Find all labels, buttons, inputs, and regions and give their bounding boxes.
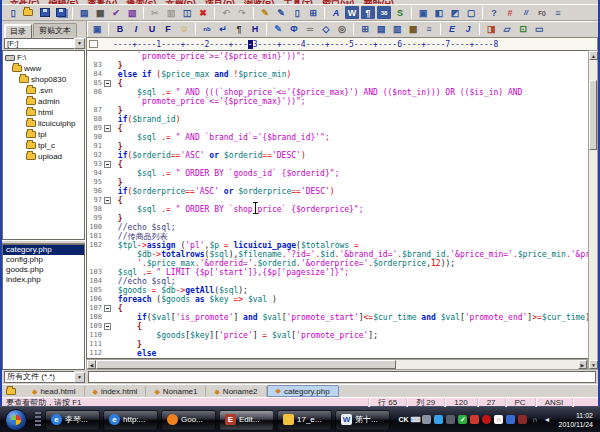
nonbreaking-space-icon[interactable]: nb bbox=[200, 23, 214, 36]
vertical-scroll-track[interactable] bbox=[589, 150, 597, 360]
fold-toggle-icon[interactable] bbox=[104, 197, 111, 204]
taskbar-firefox-window[interactable]: Goo... bbox=[161, 410, 216, 430]
tray-record-icon[interactable] bbox=[482, 415, 491, 424]
tree-item-admin[interactable]: admin bbox=[3, 96, 84, 107]
taskbar-editplus-window[interactable]: EEdit... bbox=[219, 410, 274, 430]
fold-toggle-icon[interactable] bbox=[104, 161, 111, 168]
tray-360-icon[interactable] bbox=[470, 415, 479, 424]
doc-tab-Noname1[interactable]: ◆Noname1 bbox=[146, 386, 206, 397]
tray-headset-icon[interactable]: ∩ bbox=[530, 415, 539, 424]
tray-weather-icon[interactable] bbox=[434, 415, 443, 424]
doc-tab-category-php[interactable]: ◆category.php bbox=[267, 385, 339, 397]
scroll-left-icon[interactable]: ◀ bbox=[87, 360, 96, 369]
font-icon[interactable]: A bbox=[329, 6, 343, 19]
taskbar-word-window[interactable]: W第十... bbox=[335, 410, 390, 430]
chevron-down-icon[interactable]: ▼ bbox=[74, 372, 85, 383]
preferences-icon[interactable]: ⊞ bbox=[306, 6, 320, 19]
horizontal-scroll-track[interactable] bbox=[396, 360, 578, 369]
anchor-icon[interactable]: Φ bbox=[287, 23, 301, 36]
scroll-right-icon[interactable]: ▶ bbox=[578, 360, 587, 369]
function-search-input[interactable] bbox=[88, 371, 596, 383]
window-cascade-icon[interactable]: ▣ bbox=[416, 6, 430, 19]
indent-icon[interactable]: ≡ bbox=[551, 6, 565, 19]
doc-tab-head-html[interactable]: ◆head.html bbox=[24, 386, 85, 397]
doc-tab-Noname2[interactable]: ◆Noname2 bbox=[206, 386, 266, 397]
save-icon[interactable] bbox=[38, 6, 52, 19]
underline-icon[interactable]: U bbox=[145, 23, 159, 36]
scroll-down-icon[interactable]: ▼ bbox=[589, 360, 598, 369]
print-preview-icon[interactable]: ▤ bbox=[77, 6, 91, 19]
file-list[interactable]: category.phpconfig.phpgoods.phpindex.php bbox=[2, 244, 85, 370]
file-filter-selector[interactable]: 所有文件 (*.*) ▼ bbox=[2, 370, 86, 384]
tree-item-shop0830[interactable]: shop0830 bbox=[3, 74, 84, 85]
window-list-icon[interactable]: ▢ bbox=[464, 6, 478, 19]
drive-selector[interactable]: [F:] ▼ bbox=[2, 37, 86, 50]
folder-tree[interactable]: F:\wwwshop0830.svnadminhtmllicuicuiphptp… bbox=[2, 50, 85, 240]
target-icon[interactable]: ◎ bbox=[335, 23, 349, 36]
tray-avira-icon[interactable]: ∩ bbox=[494, 415, 503, 424]
table-column-icon[interactable]: ▥ bbox=[390, 23, 404, 36]
fold-toggle-icon[interactable] bbox=[104, 305, 111, 312]
document-icon[interactable]: ▯ bbox=[290, 6, 304, 19]
emoticon-icon[interactable]: ☺ bbox=[177, 23, 191, 36]
replace-icon[interactable]: ✎ bbox=[274, 6, 288, 19]
copy-icon[interactable]: ▥ bbox=[164, 6, 178, 19]
fold-toggle-icon[interactable] bbox=[104, 125, 111, 132]
html-toolbar-icon[interactable]: W bbox=[345, 6, 359, 19]
function-list-icon[interactable]: F() bbox=[535, 6, 549, 19]
chevron-down-icon[interactable]: ▼ bbox=[74, 38, 85, 49]
horizontal-scroll-thumb[interactable] bbox=[96, 360, 396, 369]
file-item-index-php[interactable]: index.php bbox=[3, 275, 84, 285]
tree-item-www[interactable]: www bbox=[3, 63, 84, 74]
tree-item-upload[interactable]: upload bbox=[3, 151, 84, 162]
window-tile-horizontal-icon[interactable]: ◧ bbox=[432, 6, 446, 19]
document-list-button[interactable] bbox=[4, 386, 20, 397]
print-icon[interactable]: ▦ bbox=[93, 6, 107, 19]
save-all-icon[interactable] bbox=[54, 6, 68, 19]
horizontal-rule-icon[interactable]: ═ bbox=[303, 23, 317, 36]
quick-launch-grip[interactable] bbox=[35, 412, 41, 428]
open-file-icon[interactable] bbox=[22, 6, 36, 19]
vertical-scrollbar[interactable]: ▲ ▼ bbox=[588, 50, 598, 370]
font-tag-icon[interactable]: F bbox=[161, 23, 175, 36]
script-j-icon[interactable]: J bbox=[461, 23, 475, 36]
hex-view-icon[interactable]: 38 bbox=[377, 6, 391, 19]
color-picker-icon[interactable]: # bbox=[503, 6, 517, 19]
italic-icon[interactable]: I bbox=[129, 23, 143, 36]
word-wrap-icon[interactable]: ¶ bbox=[361, 6, 375, 19]
table-cell-icon[interactable]: ▦ bbox=[406, 23, 420, 36]
cliptext-icon[interactable]: ▧ bbox=[125, 6, 139, 19]
tree-item-svn[interactable]: .svn bbox=[3, 85, 84, 96]
list-icon[interactable]: ≡ bbox=[422, 23, 436, 36]
clear-format-icon[interactable]: ✎ bbox=[271, 23, 285, 36]
file-item-category-php[interactable]: category.php bbox=[3, 245, 84, 255]
file-item-config-php[interactable]: config.php bbox=[3, 255, 84, 265]
sync-icon[interactable]: S bbox=[393, 6, 407, 19]
taskbar-ie-window-2[interactable]: ehttp:... bbox=[103, 410, 158, 430]
browser-view-icon[interactable]: ▣ bbox=[90, 23, 104, 36]
tray-camera-icon[interactable] bbox=[446, 415, 455, 424]
taskbar-clock[interactable]: 11:02 2010/11/24 bbox=[558, 411, 593, 429]
vertical-scroll-thumb[interactable] bbox=[589, 80, 597, 150]
cut-icon[interactable]: ✂ bbox=[148, 6, 162, 19]
tree-item-F[interactable]: F:\ bbox=[3, 52, 84, 63]
tray-download-icon[interactable] bbox=[518, 415, 527, 424]
spell-check-icon[interactable]: ✔ bbox=[109, 6, 123, 19]
grid-icon[interactable]: ⊡ bbox=[516, 23, 530, 36]
paint-icon[interactable]: ◨ bbox=[484, 23, 498, 36]
start-button[interactable] bbox=[5, 409, 27, 431]
new-file-icon[interactable]: ▯ bbox=[6, 6, 20, 19]
tab-cliptext[interactable]: 剪贴文本 bbox=[33, 23, 77, 37]
tray-lock-icon[interactable] bbox=[422, 415, 431, 424]
form-icon[interactable]: ▭ bbox=[532, 23, 546, 36]
tree-item-licuicuiphp[interactable]: licuicuiphp bbox=[3, 118, 84, 129]
horizontal-scrollbar[interactable]: ◀ ▶ bbox=[86, 359, 588, 370]
heading-icon[interactable]: H bbox=[248, 23, 262, 36]
snippet-icon[interactable]: ▱ bbox=[500, 23, 514, 36]
fold-toggle-icon[interactable] bbox=[104, 80, 111, 87]
comment-icon[interactable]: // bbox=[519, 6, 533, 19]
tree-item-tpl[interactable]: tpl bbox=[3, 129, 84, 140]
find-icon[interactable]: ✎ bbox=[258, 6, 272, 19]
taskbar-folder-window[interactable]: 17_e... bbox=[277, 410, 332, 430]
paragraph-icon[interactable]: ¶ bbox=[232, 23, 246, 36]
